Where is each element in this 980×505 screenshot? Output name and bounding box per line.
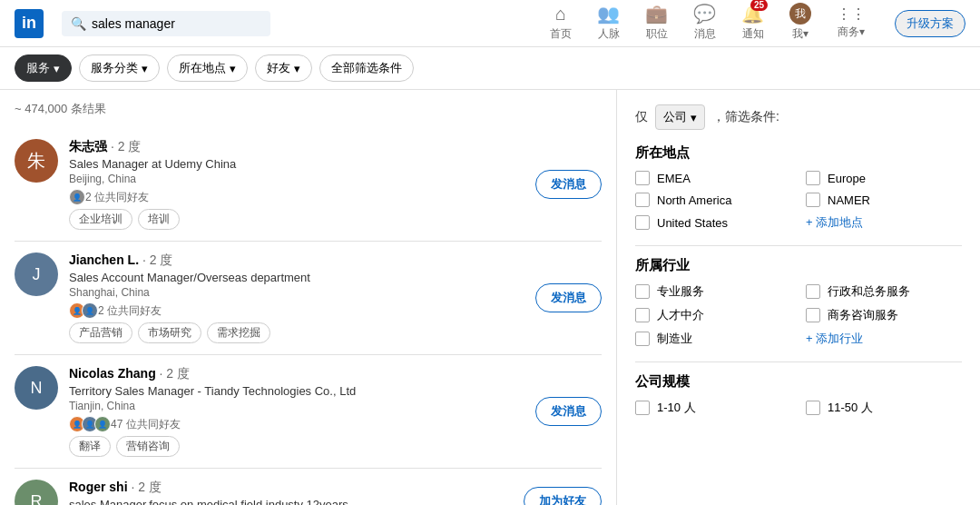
filter-option-admin[interactable]: 行政和总务服务	[806, 283, 962, 300]
friends-filter-button[interactable]: 好友 ▾	[255, 54, 312, 82]
jobs-icon: 💼	[645, 3, 668, 25]
chevron-down-icon: ▾	[142, 62, 148, 75]
right-panel: 仅 公司 ▾ ，筛选条件: 所在地点 EMEA Europe	[617, 90, 980, 505]
nav-jobs-label: 职位	[646, 26, 668, 42]
person-info: 朱志强 · 2 度 Sales Manager at Udemy China B…	[69, 139, 524, 230]
filter-option-namer[interactable]: NAMER	[806, 193, 962, 207]
checkbox-admin[interactable]	[806, 284, 820, 299]
filter-option-north-america[interactable]: North America	[635, 193, 791, 207]
message-button[interactable]: 发消息	[535, 397, 602, 426]
checkbox-united-states[interactable]	[635, 215, 650, 230]
main-layout: ~ 474,000 条结果 朱 朱志强 · 2 度 Sales Manager …	[0, 90, 980, 505]
industry-section: 所属行业 专业服务 行政和总务服务 人才中介 商务咨询服务	[635, 257, 962, 347]
size-11-50-label: 11-50 人	[828, 400, 873, 416]
person-info: Jianchen L. · 2 度 Sales Account Manager/…	[69, 252, 524, 343]
all-filters-button[interactable]: 全部筛选条件	[319, 54, 414, 82]
nav-messages[interactable]: 💬 消息	[682, 0, 727, 51]
avatar: 朱	[15, 139, 58, 183]
add-friend-button[interactable]: 加为好友	[524, 487, 602, 505]
checkbox-consulting[interactable]	[806, 308, 820, 322]
nav-notifications[interactable]: 🔔 25 通知	[730, 0, 775, 51]
filter-option-11-50[interactable]: 11-50 人	[806, 400, 962, 416]
checkbox-professional[interactable]	[635, 284, 650, 299]
left-panel: ~ 474,000 条结果 朱 朱志强 · 2 度 Sales Manager …	[0, 90, 617, 505]
location-options: EMEA Europe North America NAMER United S…	[635, 171, 962, 231]
mutual-avatar: 👤	[69, 189, 85, 205]
linkedin-logo[interactable]: in	[15, 9, 44, 38]
nav-notifications-label: 通知	[742, 26, 764, 42]
search-icon: 🔍	[71, 16, 86, 31]
service-filter-button[interactable]: 服务 ▾	[15, 54, 72, 82]
upgrade-button[interactable]: 升级方案	[895, 10, 965, 37]
filter-option-staffing[interactable]: 人才中介	[635, 307, 791, 323]
person-degree: · 2 度	[111, 139, 141, 153]
top-navigation: in 🔍 ⌂ 首页 👥 人脉 💼 职位 💬 消息 🔔 25 通知 我 我▾	[0, 0, 980, 47]
consulting-label: 商务咨询服务	[828, 307, 898, 323]
filter-option-1-10[interactable]: 1-10 人	[635, 400, 791, 416]
location-section: 所在地点 EMEA Europe North America NAMER	[635, 144, 962, 231]
person-location: Tianjin, China	[69, 400, 524, 412]
search-input[interactable]	[92, 16, 261, 31]
checkbox-manufacturing[interactable]	[635, 332, 650, 346]
nav-work[interactable]: ⋮⋮ 商务▾	[826, 0, 877, 49]
filter-option-europe[interactable]: Europe	[806, 171, 962, 185]
tag: 翻译	[69, 436, 111, 457]
add-location-link[interactable]: + 添加地点	[806, 214, 962, 231]
avatar: N	[15, 366, 58, 410]
tags: 企业培训 培训	[69, 209, 524, 230]
tag: 需求挖掘	[207, 322, 270, 343]
mutual-friends: 👤 👤 👤 47 位共同好友	[69, 416, 524, 432]
checkbox-staffing[interactable]	[635, 308, 650, 322]
person-card: N Nicolas Zhang · 2 度 Territory Sales Ma…	[15, 355, 602, 469]
professional-label: 专业服务	[657, 283, 704, 300]
checkbox-1-10[interactable]	[635, 401, 650, 415]
search-bar: 🔍	[62, 11, 270, 36]
location-chevron-icon: ▾	[230, 62, 236, 75]
filter-header: 仅 公司 ▾ ，筛选条件:	[635, 104, 962, 130]
nav-me-label: 我▾	[792, 26, 808, 42]
checkbox-namer[interactable]	[806, 193, 820, 207]
tag: 培训	[138, 209, 180, 230]
tag: 产品营销	[69, 322, 132, 343]
nav-me[interactable]: 我 我▾	[779, 0, 822, 51]
person-location: Shanghai, China	[69, 286, 524, 299]
size-1-10-label: 1-10 人	[657, 400, 696, 416]
home-icon: ⌂	[555, 4, 566, 25]
filter-option-manufacturing[interactable]: 制造业	[635, 331, 791, 347]
nav-people[interactable]: 👥 人脉	[586, 0, 631, 51]
nav-home[interactable]: ⌂ 首页	[539, 0, 583, 51]
company-filter-toggle[interactable]: 公司 ▾	[655, 104, 705, 130]
person-degree: · 2 度	[131, 480, 161, 494]
person-degree: · 2 度	[160, 366, 190, 381]
filter-option-united-states[interactable]: United States	[635, 214, 791, 231]
person-title: Sales Account Manager/Overseas departmen…	[69, 271, 524, 284]
person-name: Jianchen L. · 2 度	[69, 252, 524, 269]
message-button[interactable]: 发消息	[535, 283, 602, 312]
filter-option-consulting[interactable]: 商务咨询服务	[806, 307, 962, 323]
avatar: J	[15, 252, 58, 296]
avatar: R	[15, 480, 58, 505]
person-name: 朱志强 · 2 度	[69, 139, 524, 155]
add-industry-link[interactable]: + 添加行业	[806, 331, 962, 347]
industry-options: 专业服务 行政和总务服务 人才中介 商务咨询服务 制造业	[635, 283, 962, 347]
company-size-section: 公司规模 1-10 人 11-50 人	[635, 373, 962, 416]
person-title: Sales Manager at Udemy China	[69, 157, 524, 171]
service-category-button[interactable]: 服务分类 ▾	[79, 54, 160, 82]
person-location: Beijing, China	[69, 173, 524, 185]
filter-option-professional[interactable]: 专业服务	[635, 283, 791, 300]
message-button[interactable]: 发消息	[535, 170, 602, 199]
checkbox-emea[interactable]	[635, 171, 650, 185]
europe-label: Europe	[828, 172, 866, 185]
united-states-label: United States	[657, 216, 728, 230]
staffing-label: 人才中介	[657, 307, 704, 323]
checkbox-europe[interactable]	[806, 171, 820, 185]
notification-badge: 25	[750, 0, 768, 11]
tag: 营销咨询	[116, 436, 180, 457]
filter-option-emea[interactable]: EMEA	[635, 171, 791, 185]
checkbox-north-america[interactable]	[635, 193, 650, 207]
checkbox-11-50[interactable]	[806, 401, 820, 415]
nav-jobs[interactable]: 💼 职位	[634, 0, 679, 51]
filter-prefix: 仅	[635, 109, 648, 125]
location-filter-button[interactable]: 所在地点 ▾	[167, 54, 248, 82]
industry-section-title: 所属行业	[635, 257, 962, 274]
